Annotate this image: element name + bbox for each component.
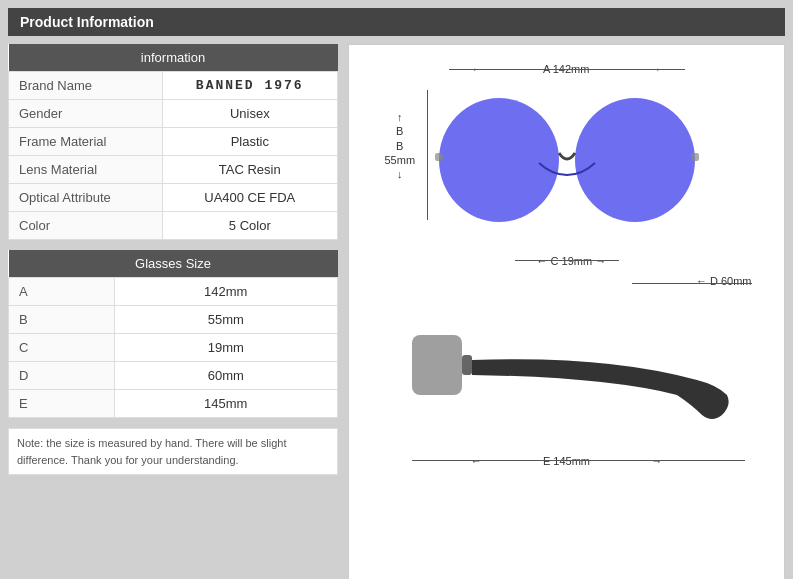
dim-e-label: ← E 145mm → [471, 455, 662, 467]
note-text: Note: the size is measured by hand. Ther… [17, 437, 286, 466]
info-table: information Brand NameBANNED 1976GenderU… [8, 44, 338, 240]
table-row: C19mm [9, 334, 338, 362]
left-panel: information Brand NameBANNED 1976GenderU… [8, 44, 338, 579]
svg-point-0 [439, 98, 559, 222]
row-value: 5 Color [162, 212, 337, 240]
table-row: B55mm [9, 306, 338, 334]
row-value: BANNED 1976 [162, 72, 337, 100]
table-row: Frame MaterialPlastic [9, 128, 338, 156]
row-value: 19mm [114, 334, 337, 362]
row-label: C [9, 334, 115, 362]
row-value: Unisex [162, 100, 337, 128]
row-value: TAC Resin [162, 156, 337, 184]
table-row: Brand NameBANNED 1976 [9, 72, 338, 100]
row-label: Lens Material [9, 156, 163, 184]
diagram-area: ← A 142mm → [377, 55, 757, 575]
table-row: Lens MaterialTAC Resin [9, 156, 338, 184]
row-value: 55mm [114, 306, 337, 334]
dim-b-line [427, 90, 428, 220]
row-label: Frame Material [9, 128, 163, 156]
row-label: Color [9, 212, 163, 240]
row-label: B [9, 306, 115, 334]
table-row: E145mm [9, 390, 338, 418]
lens-diagram [432, 85, 702, 245]
dim-c-text: C 19mm [551, 255, 593, 267]
dim-d-text: D 60mm [710, 275, 752, 287]
svg-rect-3 [691, 153, 699, 161]
dim-b-label: ↑BB 55mm↓ [385, 110, 416, 181]
table-row: A142mm [9, 278, 338, 306]
svg-rect-4 [412, 335, 462, 395]
product-info-header: Product Information [8, 8, 785, 36]
row-label: Optical Attribute [9, 184, 163, 212]
size-table-header: Glasses Size [9, 250, 338, 278]
row-value: UA400 CE FDA [162, 184, 337, 212]
size-table: Glasses Size A142mmB55mmC19mmD60mmE145mm [8, 250, 338, 418]
dim-e-text: E 145mm [543, 455, 590, 467]
dim-d-label: ← D 60mm [696, 275, 752, 287]
row-value: 60mm [114, 362, 337, 390]
row-value: 142mm [114, 278, 337, 306]
row-value: Plastic [162, 128, 337, 156]
svg-rect-5 [462, 355, 472, 375]
dim-c-label: ← C 19mm → [537, 255, 607, 267]
dim-b-text: B 55mm [385, 140, 416, 166]
row-label: D [9, 362, 115, 390]
dim-a-line [449, 69, 685, 70]
table-row: D60mm [9, 362, 338, 390]
svg-point-1 [575, 98, 695, 222]
row-label: Brand Name [9, 72, 163, 100]
dim-c-line [515, 260, 619, 261]
table-row: Optical AttributeUA400 CE FDA [9, 184, 338, 212]
table-row: GenderUnisex [9, 100, 338, 128]
row-label: E [9, 390, 115, 418]
info-table-header: information [9, 44, 338, 72]
dim-e-line [412, 460, 745, 461]
note-box: Note: the size is measured by hand. Ther… [8, 428, 338, 475]
right-panel: ← A 142mm → [348, 44, 785, 579]
dim-d-line [632, 283, 752, 284]
row-value: 145mm [114, 390, 337, 418]
row-label: Gender [9, 100, 163, 128]
svg-rect-2 [435, 153, 443, 161]
page-title: Product Information [20, 14, 154, 30]
temple-diagram [407, 305, 737, 455]
table-row: Color5 Color [9, 212, 338, 240]
row-label: A [9, 278, 115, 306]
